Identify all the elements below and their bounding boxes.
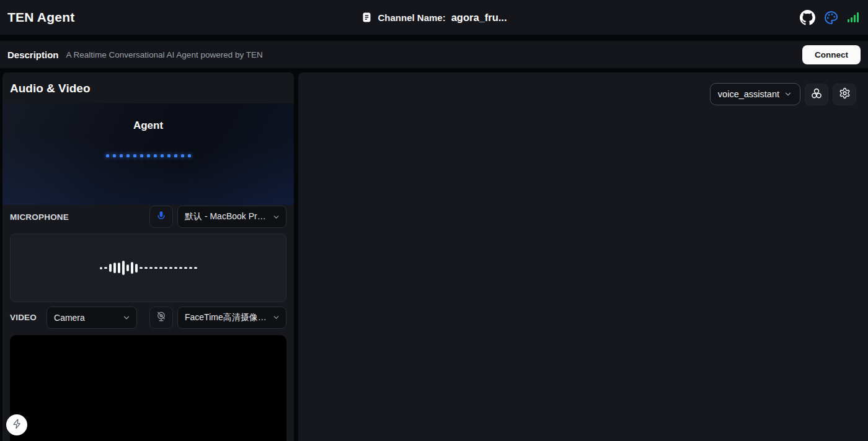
video-label: VIDEO [10,313,37,322]
description-label: Description [7,50,59,60]
graph-select[interactable]: voice_assistant [710,83,800,105]
right-toolbar: voice_assistant [298,83,856,105]
microphone-toggle-button[interactable] [149,206,173,228]
audio-video-panel: Audio & Video Agent MICROPHONE 默认 - MacB… [2,72,294,441]
camera-device-value: FaceTime高清摄像头 ( [185,312,269,323]
graph-select-value: voice_assistant [718,89,779,99]
channel-name-label: Channel Name: [378,12,445,23]
document-icon [361,11,372,24]
chevron-down-icon [122,313,131,322]
modules-button[interactable] [805,84,828,105]
github-icon[interactable] [800,10,815,25]
local-video-preview [10,335,286,441]
video-row: VIDEO Camera FaceTime高清摄像头 ( [2,307,294,328]
mic-waveform [100,261,197,275]
chevron-down-icon [272,313,280,321]
connect-button[interactable]: Connect [802,45,861,64]
channel-name-value: agora_fru... [451,12,507,24]
agent-card: Agent [2,103,294,205]
chevron-down-icon [784,90,792,98]
camera-off-icon [156,311,167,324]
trace-fab-button[interactable] [6,414,27,435]
agent-label: Agent [2,103,294,132]
lightning-icon [12,419,22,432]
microphone-level-box [10,234,286,302]
microphone-device-select[interactable]: 默认 - MacBook Pro麦 [177,206,286,228]
description-text: A Realtime Conversational AI Agent power… [66,50,263,59]
chat-panel: voice_assistant [298,72,868,441]
header-icons [800,10,859,25]
modules-icon [810,87,823,102]
agent-audio-dots [2,154,294,157]
network-quality-icon[interactable] [847,11,859,24]
main-area: Audio & Video Agent MICROPHONE 默认 - MacB… [0,72,868,441]
panel-title: Audio & Video [2,72,294,103]
camera-toggle-button[interactable] [149,307,173,329]
app-header: TEN Agent Channel Name: agora_fru... [0,0,868,35]
settings-button[interactable] [833,84,856,105]
app-title: TEN Agent [7,10,74,25]
chevron-down-icon [272,213,280,221]
microphone-device-value: 默认 - MacBook Pro麦 [185,211,269,222]
microphone-row: MICROPHONE 默认 - MacBook Pro麦 [2,206,294,228]
description-bar: Description A Realtime Conversational AI… [0,41,868,68]
microphone-label: MICROPHONE [10,212,69,222]
video-source-value: Camera [54,313,119,323]
video-source-select[interactable]: Camera [46,307,137,329]
microphone-icon [156,211,167,224]
palette-icon[interactable] [824,11,838,25]
channel-group: Channel Name: agora_fru... [361,0,507,35]
camera-device-select[interactable]: FaceTime高清摄像头 ( [177,307,286,329]
settings-gear-icon [839,87,851,101]
